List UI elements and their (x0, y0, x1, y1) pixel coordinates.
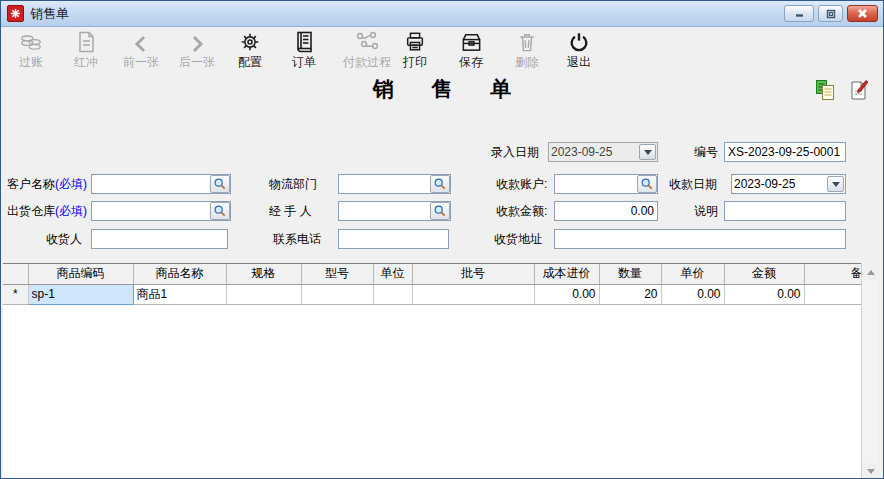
toolbar-reverse-button[interactable]: 红冲 (62, 29, 110, 71)
form-body: 销 售 单 录入日期 2023-09-25 (1, 73, 883, 479)
search-icon (640, 177, 654, 191)
toolbar-order-button[interactable]: 订单 (280, 29, 328, 71)
coins-icon (19, 29, 43, 53)
col-header-unit[interactable]: 单位 (373, 264, 412, 284)
grid-vertical-scrollbar[interactable] (861, 263, 878, 479)
required-hint: (必填) (55, 177, 87, 191)
toolbar-print-button[interactable]: 打印 (393, 29, 437, 71)
note-input[interactable] (724, 201, 846, 221)
toolbar-label: 前一张 (123, 54, 159, 71)
handler-lookup-button[interactable] (430, 202, 450, 220)
cell-product-name[interactable]: 商品1 (133, 284, 226, 304)
toolbar-post-button[interactable]: 过账 (7, 29, 55, 71)
receive-account-lookup-button[interactable] (637, 175, 657, 193)
search-icon (213, 177, 227, 191)
toolbar-save-button[interactable]: 保存 (447, 29, 495, 71)
col-header-spec[interactable]: 规格 (226, 264, 301, 284)
scroll-down-icon[interactable] (863, 463, 878, 479)
order-icon (294, 29, 314, 53)
logistics-lookup-button[interactable] (430, 175, 450, 193)
app-flower-glyph (10, 8, 21, 19)
col-header-product-name[interactable]: 商品名称 (133, 264, 226, 284)
toolbar-label: 打印 (403, 54, 427, 71)
trash-icon (517, 29, 537, 53)
toolbar-label: 红冲 (74, 54, 98, 71)
cell-unit-price[interactable]: 0.00 (661, 284, 724, 304)
col-header-batch[interactable]: 批号 (412, 264, 534, 284)
edit-document-icon[interactable] (849, 79, 869, 105)
customer-lookup-button[interactable] (210, 175, 230, 193)
dropdown-arrow-icon[interactable] (639, 144, 656, 160)
toolbar-prev-button[interactable]: 前一张 (113, 29, 169, 71)
toolbar-label: 删除 (515, 54, 539, 71)
toolbar-label: 后一张 (179, 54, 215, 71)
entry-date-label: 录入日期 (491, 142, 539, 162)
grid-row: * sp-1 商品1 0.00 20 0.00 0.00 (3, 284, 861, 304)
cell-amount[interactable]: 0.00 (724, 284, 804, 304)
cell-model[interactable] (301, 284, 373, 304)
gear-icon (239, 29, 261, 53)
col-header-remark[interactable]: 备注 (804, 264, 861, 284)
cell-cost-price[interactable]: 0.00 (534, 284, 599, 304)
toolbar-label: 订单 (292, 54, 316, 71)
cell-unit[interactable] (373, 284, 412, 304)
power-icon (568, 29, 590, 53)
cell-batch[interactable] (412, 284, 534, 304)
toolbar-label: 过账 (19, 54, 43, 71)
phone-label: 联系电话 (273, 229, 321, 249)
receive-account-label: 收款账户: (496, 174, 547, 194)
cell-product-code[interactable]: sp-1 (28, 284, 133, 304)
address-label: 收货地址 (494, 229, 542, 249)
toolbar-config-button[interactable]: 配置 (226, 29, 274, 71)
col-header-product-code[interactable]: 商品编码 (28, 264, 133, 284)
entry-date-value: 2023-09-25 (551, 145, 612, 159)
toolbar-label: 付款过程 (343, 54, 391, 71)
toolbar-delete-button[interactable]: 删除 (503, 29, 551, 71)
maximize-button[interactable] (818, 5, 843, 22)
titlebar: 销售单 (1, 1, 883, 27)
phone-input[interactable] (338, 229, 449, 249)
receive-amount-input[interactable] (554, 201, 658, 221)
items-grid: 商品编码 商品名称 规格 型号 单位 批号 成本进价 数量 单价 金额 备注 *… (3, 263, 861, 479)
col-header-unit-price[interactable]: 单价 (661, 264, 724, 284)
col-header-qty[interactable]: 数量 (599, 264, 661, 284)
toolbar-label: 保存 (459, 54, 483, 71)
search-icon (433, 177, 447, 191)
receive-date-label: 收款日期 (669, 174, 717, 194)
address-input[interactable] (554, 229, 846, 249)
toolbar-next-button[interactable]: 后一张 (169, 29, 225, 71)
search-icon (213, 204, 227, 218)
warehouse-label: 出货仓库(必填) (7, 201, 87, 221)
save-icon (460, 29, 483, 53)
search-icon (433, 204, 447, 218)
receive-date-value: 2023-09-25 (734, 177, 795, 191)
row-selector-header (3, 264, 28, 284)
consignee-input[interactable] (91, 229, 228, 249)
col-header-model[interactable]: 型号 (301, 264, 373, 284)
cell-qty[interactable]: 20 (599, 284, 661, 304)
toolbar: 过账 红冲 前一张 后一张 配置 (1, 27, 883, 73)
col-header-amount[interactable]: 金额 (724, 264, 804, 284)
consignee-label: 收货人 (46, 229, 82, 249)
entry-date-combobox[interactable]: 2023-09-25 (548, 142, 658, 162)
scroll-up-icon[interactable] (863, 264, 878, 280)
chevron-right-icon (189, 29, 205, 53)
cell-spec[interactable] (226, 284, 301, 304)
minimize-button[interactable] (784, 5, 814, 22)
copy-document-icon[interactable] (815, 79, 835, 105)
dropdown-arrow-icon[interactable] (827, 176, 844, 192)
cell-remark[interactable] (804, 284, 861, 304)
logistics-label: 物流部门 (269, 174, 317, 194)
doc-no-input[interactable] (724, 142, 846, 162)
close-button[interactable] (847, 5, 878, 22)
warehouse-lookup-button[interactable] (210, 202, 230, 220)
sales-order-window: 销售单 过账 (0, 0, 884, 479)
printer-icon (404, 29, 426, 53)
toolbar-label: 退出 (567, 54, 591, 71)
required-hint: (必填) (55, 204, 87, 218)
receive-date-combobox[interactable]: 2023-09-25 (731, 174, 846, 194)
col-header-cost-price[interactable]: 成本进价 (534, 264, 599, 284)
reverse-doc-icon (77, 29, 96, 53)
toolbar-exit-button[interactable]: 退出 (555, 29, 603, 71)
customer-label: 客户名称(必填) (7, 174, 87, 194)
